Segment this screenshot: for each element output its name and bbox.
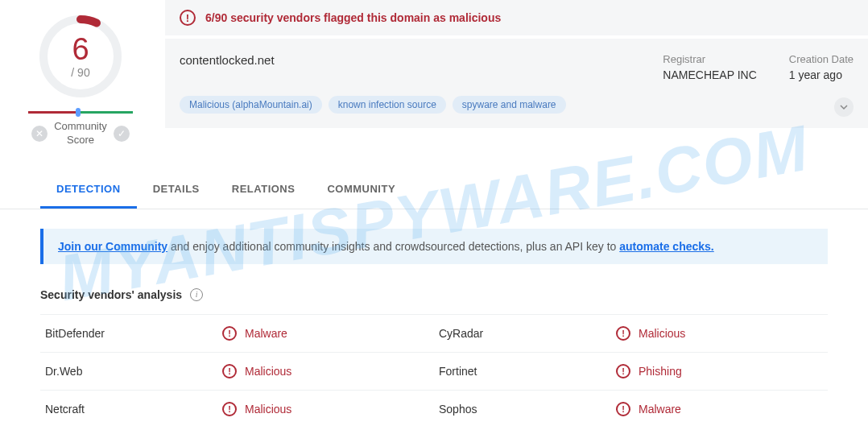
join-community-link[interactable]: Join our Community <box>58 240 167 253</box>
registrar-label: Registrar <box>663 53 756 65</box>
tag[interactable]: spyware and malware <box>453 96 566 114</box>
vendor-table: BitDefender ! Malware CyRadar ! Maliciou… <box>40 314 828 426</box>
vendor-verdict: ! Malicious <box>222 402 429 416</box>
warning-icon: ! <box>222 364 237 378</box>
tag[interactable]: Malicious (alphaMountain.ai) <box>180 96 322 114</box>
verdict-text: Malicious <box>245 365 291 378</box>
section-title-row: Security vendors' analysis i <box>40 288 828 301</box>
verdict-text: Phishing <box>639 365 682 378</box>
table-row: Netcraft ! Malicious Sophos ! Malware <box>40 390 828 426</box>
community-score-row: ✕ Community Score ✓ <box>31 120 130 147</box>
tag[interactable]: known infection source <box>329 96 446 114</box>
score-denominator: / 90 <box>71 66 89 79</box>
alert-banner: ! 6/90 security vendors flagged this dom… <box>165 0 868 35</box>
tab-bar: DETECTION DETAILS RELATIONS COMMUNITY <box>0 172 868 209</box>
warning-icon: ! <box>616 364 630 378</box>
section-title: Security vendors' analysis <box>40 288 182 301</box>
x-icon: ✕ <box>31 126 48 142</box>
registrar-value: NAMECHEAP INC <box>663 68 756 81</box>
vendor-name: BitDefender <box>45 327 222 340</box>
score-gauge: 6 / 90 <box>32 8 129 105</box>
domain-name: contentlocked.net <box>180 53 275 67</box>
vendor-name: CyRadar <box>439 327 616 340</box>
warning-icon: ! <box>222 326 237 341</box>
community-score-label: Community Score <box>54 120 107 147</box>
tab-detection[interactable]: DETECTION <box>40 172 137 209</box>
vendor-verdict: ! Malware <box>616 402 823 416</box>
vendor-name: Sophos <box>439 403 616 416</box>
automate-checks-link[interactable]: automate checks. <box>619 240 714 253</box>
verdict-text: Malware <box>245 327 287 340</box>
creation-date-label: Creation Date <box>789 53 854 65</box>
info-icon[interactable]: i <box>190 288 203 301</box>
vendor-name: Fortinet <box>439 365 616 378</box>
tab-community[interactable]: COMMUNITY <box>311 172 411 209</box>
verdict-text: Malicious <box>245 403 291 416</box>
score-bar <box>28 111 133 114</box>
score-numerator: 6 <box>71 34 89 64</box>
vendor-verdict: ! Malicious <box>222 364 429 378</box>
vendor-name: Dr.Web <box>45 365 222 378</box>
summary-panel: ! 6/90 security vendors flagged this dom… <box>161 0 868 155</box>
score-panel: 6 / 90 ✕ Community Score ✓ <box>0 0 161 155</box>
vendor-verdict: ! Malware <box>222 326 429 341</box>
check-icon: ✓ <box>114 126 130 142</box>
alert-icon: ! <box>180 10 196 26</box>
verdict-text: Malware <box>639 403 681 416</box>
expand-chevron-icon[interactable] <box>834 97 854 117</box>
warning-icon: ! <box>616 326 630 341</box>
verdict-text: Malicious <box>639 327 685 340</box>
vendor-verdict: ! Phishing <box>616 364 823 378</box>
vendor-verdict: ! Malicious <box>616 326 823 341</box>
warning-icon: ! <box>616 402 630 416</box>
registrar-block: Registrar NAMECHEAP INC <box>663 53 756 81</box>
alert-text: 6/90 security vendors flagged this domai… <box>205 11 501 24</box>
table-row: Dr.Web ! Malicious Fortinet ! Phishing <box>40 352 828 390</box>
tags-row: Malicious (alphaMountain.ai) known infec… <box>180 96 854 114</box>
info-card: contentlocked.net Registrar NAMECHEAP IN… <box>165 39 868 128</box>
vendor-name: Netcraft <box>45 403 222 416</box>
content-area: Join our Community and enjoy additional … <box>0 209 868 426</box>
creation-date-value: 1 year ago <box>789 68 854 81</box>
warning-icon: ! <box>222 402 237 416</box>
header-section: 6 / 90 ✕ Community Score ✓ ! 6/90 securi… <box>0 0 868 155</box>
table-row: BitDefender ! Malware CyRadar ! Maliciou… <box>40 314 828 352</box>
community-banner: Join our Community and enjoy additional … <box>40 229 828 264</box>
tab-details[interactable]: DETAILS <box>137 172 216 209</box>
tab-relations[interactable]: RELATIONS <box>216 172 312 209</box>
creation-date-block: Creation Date 1 year ago <box>789 53 854 81</box>
community-banner-text: and enjoy additional community insights … <box>167 240 619 253</box>
score-bar-marker <box>76 108 81 117</box>
